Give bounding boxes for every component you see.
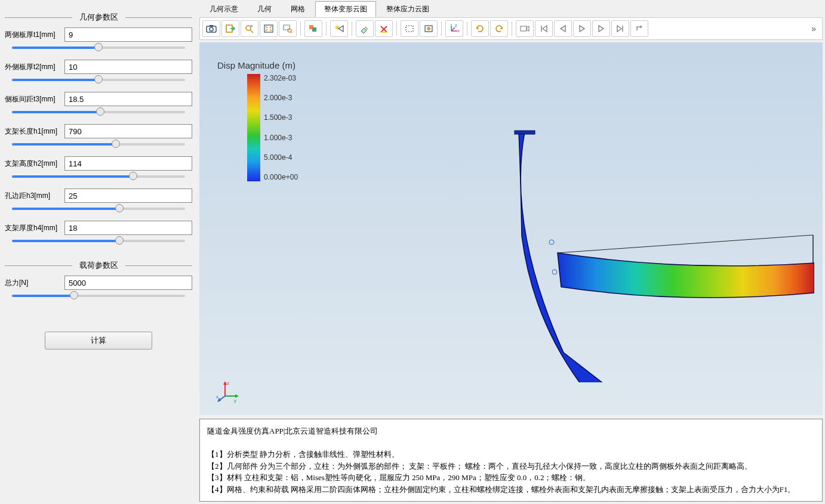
input-t3[interactable] — [64, 92, 192, 106]
slider-thumb-F[interactable] — [70, 291, 78, 299]
viewport[interactable]: Disp Magnitude (m) 2.302e-03 2.000e-3 1.… — [199, 42, 823, 415]
slider-h3[interactable] — [12, 208, 185, 210]
last-frame-icon[interactable] — [611, 20, 629, 37]
slider-thumb-h3[interactable] — [115, 204, 124, 212]
label-h1: 支架长度h1[mm] — [5, 126, 64, 137]
geometry-section-title: 几何参数区 — [5, 12, 192, 23]
model-render — [349, 84, 814, 382]
slider-h2[interactable] — [12, 175, 185, 178]
animation-camera-icon[interactable] — [516, 20, 534, 37]
svg-text:z: z — [227, 381, 229, 386]
export-icon[interactable] — [221, 20, 239, 37]
input-t1[interactable] — [64, 27, 192, 42]
svg-line-9 — [291, 32, 292, 33]
camera-icon[interactable] — [202, 20, 220, 37]
label-h2: 支架高度h2[mm] — [5, 159, 64, 169]
display-mode-icon[interactable] — [304, 20, 322, 37]
svg-point-4 — [246, 26, 251, 30]
slider-thumb-h2[interactable] — [129, 172, 137, 180]
rotate-cw-icon[interactable] — [471, 20, 489, 37]
slider-t1[interactable] — [12, 47, 185, 49]
svg-text:Y: Y — [450, 24, 452, 26]
label-h4: 支架厚度h4[mm] — [5, 223, 64, 233]
rotate-ccw-icon[interactable] — [490, 20, 508, 37]
svg-rect-11 — [312, 27, 316, 32]
svg-rect-6 — [264, 25, 273, 32]
delete-icon[interactable] — [375, 20, 393, 37]
tab-stress[interactable]: 整体应力云图 — [377, 1, 438, 17]
input-h4[interactable] — [64, 221, 192, 235]
color-legend: Disp Magnitude (m) 2.302e-03 2.000e-3 1.… — [217, 60, 298, 181]
svg-line-21 — [451, 27, 455, 31]
select-window-icon[interactable] — [401, 20, 418, 37]
fit-view-icon[interactable] — [260, 20, 278, 37]
input-F[interactable] — [64, 276, 192, 290]
label-t3: 侧板间距t3[mm] — [5, 94, 64, 104]
slider-thumb-t3[interactable] — [96, 107, 104, 116]
lighting-icon[interactable] — [330, 20, 348, 37]
svg-point-30 — [549, 240, 554, 245]
svg-text:Z: Z — [455, 24, 457, 27]
slider-thumb-h4[interactable] — [115, 236, 124, 245]
svg-line-13 — [365, 27, 368, 29]
info-line: 【2】几何部件 分为三个部分，立柱：为外侧弧形的部件； 支架：平板件； 螺栓：两… — [207, 460, 815, 472]
clear-icon[interactable] — [356, 20, 374, 37]
next-frame-icon[interactable] — [592, 20, 610, 37]
info-line: 【1】分析类型 静力分析，含接触非线性、弹塑性材料。 — [207, 449, 815, 460]
slider-h4[interactable] — [12, 240, 185, 242]
svg-rect-17 — [406, 26, 413, 32]
info-panel: 隧道金具强度仿真APP|北京云道智造科技有限公司 【1】分析类型 静力分析，含接… — [199, 419, 823, 502]
axis-triad-icon: z y x — [216, 379, 240, 403]
input-h1[interactable] — [64, 124, 192, 138]
legend-title: Disp Magnitude (m) — [217, 60, 298, 70]
slider-F[interactable] — [12, 295, 185, 297]
zoom-icon[interactable] — [241, 20, 258, 37]
right-panel: 几何示意 几何 网格 整体变形云图 整体应力云图 YXZ » — [197, 0, 825, 504]
svg-rect-16 — [380, 32, 387, 33]
axes-icon[interactable]: YXZ — [445, 20, 463, 37]
input-h3[interactable] — [64, 188, 192, 203]
zoom-window-icon[interactable] — [279, 20, 297, 37]
left-panel: 几何参数区 两侧板厚t1[mm] 外侧板厚t2[mm] 侧板间距t3[mm] 支… — [0, 0, 197, 504]
legend-value: 0.000e+00 — [264, 173, 298, 181]
slider-thumb-h1[interactable] — [112, 140, 120, 148]
slider-thumb-t2[interactable] — [94, 75, 103, 84]
svg-text:y: y — [234, 398, 236, 403]
play-icon[interactable] — [573, 20, 591, 37]
tab-geometry-schematic[interactable]: 几何示意 — [201, 1, 247, 17]
load-section-title: 载荷参数区 — [5, 260, 192, 271]
svg-rect-2 — [210, 25, 213, 27]
slider-t2[interactable] — [12, 79, 185, 81]
legend-value: 1.500e-3 — [264, 113, 298, 122]
prev-frame-icon[interactable] — [554, 20, 572, 37]
legend-value: 2.000e-3 — [264, 94, 298, 102]
label-t2: 外侧板厚t2[mm] — [5, 62, 64, 72]
loop-icon[interactable] — [630, 20, 648, 37]
pan-icon[interactable] — [420, 20, 438, 37]
info-line: 【4】网格、约束和荷载 网格采用二阶四面体网格；立柱外侧固定约束，立柱和螺栓绑定… — [207, 484, 815, 496]
legend-value: 5.000e-4 — [264, 153, 298, 162]
tabs: 几何示意 几何 网格 整体变形云图 整体应力云图 — [197, 0, 825, 17]
tab-mesh[interactable]: 网格 — [282, 1, 314, 17]
input-h2[interactable] — [64, 156, 192, 171]
svg-line-5 — [250, 30, 253, 33]
legend-value: 2.302e-03 — [264, 74, 298, 82]
svg-rect-25 — [521, 26, 527, 31]
slider-t3[interactable] — [12, 111, 185, 113]
legend-value: 1.000e-3 — [264, 134, 298, 142]
svg-point-31 — [552, 270, 557, 274]
svg-rect-29 — [515, 131, 535, 134]
first-frame-icon[interactable] — [535, 20, 553, 37]
svg-text:X: X — [457, 29, 460, 33]
label-h3: 孔边距h3[mm] — [5, 191, 64, 201]
tab-geometry[interactable]: 几何 — [248, 1, 281, 17]
slider-thumb-t1[interactable] — [94, 43, 103, 51]
svg-point-1 — [210, 27, 213, 31]
label-F: 总力[N] — [5, 278, 64, 288]
slider-h1[interactable] — [12, 143, 185, 146]
toolbar-overflow-icon[interactable]: » — [808, 24, 820, 33]
input-t2[interactable] — [64, 60, 192, 74]
info-line: 【3】材料 立柱和支架：铝，Mises塑性等向硬化，屈服应力 250 MPa，2… — [207, 472, 815, 484]
compute-button[interactable]: 计算 — [45, 332, 152, 350]
tab-deformation[interactable]: 整体变形云图 — [315, 1, 376, 17]
